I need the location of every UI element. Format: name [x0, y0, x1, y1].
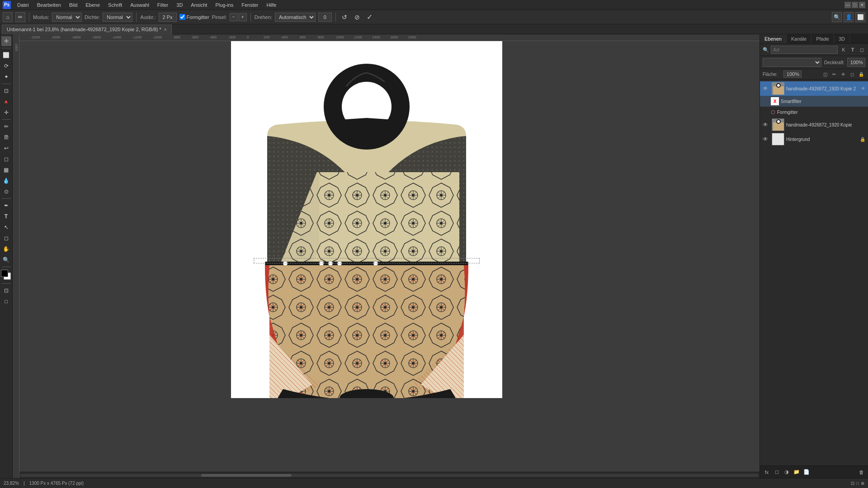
tab-ebenen[interactable]: Ebenen [760, 34, 787, 43]
brush-icon[interactable]: ✏ [15, 12, 25, 22]
h-scrollbar-thumb[interactable] [201, 474, 292, 477]
pinsel-plus[interactable]: + [239, 13, 247, 21]
menu-schrift[interactable]: Schrift [104, 1, 126, 9]
shape-icon-panel[interactable]: ◻ [858, 46, 866, 54]
layer-eye-1[interactable]: 👁 [763, 85, 770, 92]
layer-item-1[interactable]: 👁 handmade-4926872_1920 Kopie 2 👁 [760, 81, 868, 96]
ruler-label-4: -1600 [92, 35, 101, 39]
screen-mode[interactable]: □ [1, 296, 11, 306]
menu-auswahl[interactable]: Auswahl [127, 1, 153, 9]
kind-icon[interactable]: K [840, 46, 848, 54]
close-button[interactable]: ✕ [859, 2, 865, 8]
brush-tool[interactable]: ✏ [1, 122, 11, 131]
search-icon-toolbar[interactable]: 🔍 [832, 12, 842, 22]
menu-3d[interactable]: 3D [173, 1, 186, 9]
layer-item-3[interactable]: 👁 Hintergrund 🔒 [760, 132, 868, 146]
lasso-tool[interactable]: ⟳ [1, 61, 11, 71]
ausbr-input[interactable] [159, 13, 177, 22]
lock-transparent-icon[interactable]: ◫ [821, 70, 829, 78]
layer-eye-3[interactable]: 👁 [763, 136, 770, 142]
tab-pfade[interactable]: Pfade [811, 34, 834, 43]
new-group-button[interactable]: 📁 [793, 468, 801, 476]
menu-filter[interactable]: Filter [154, 1, 172, 9]
path-select-tool[interactable]: ↖ [1, 222, 11, 232]
ruler-label-5: -1400 [112, 35, 121, 39]
layer-eye-2[interactable]: 👁 [763, 122, 770, 128]
menu-bild[interactable]: Bild [66, 1, 81, 9]
menu-hilfe[interactable]: Hilfe [263, 1, 280, 9]
type-icon-panel[interactable]: T [849, 46, 857, 54]
menu-bearbeiten[interactable]: Bearbeiten [33, 1, 65, 9]
status-icon-1[interactable]: ⊡ [851, 481, 854, 486]
home-icon[interactable]: ⌂ [3, 12, 13, 22]
menu-datei[interactable]: Datei [14, 1, 33, 9]
status-icon-2[interactable]: □ [856, 481, 859, 486]
minimize-button[interactable]: — [844, 2, 851, 8]
shape-tool[interactable]: ◻ [1, 233, 11, 243]
delete-layer-button[interactable]: 🗑 [857, 468, 865, 476]
new-layer-button[interactable]: 📄 [802, 468, 811, 476]
modus-select[interactable]: Normal [52, 13, 82, 22]
maximize-button[interactable]: □ [852, 2, 858, 8]
magic-wand-tool[interactable]: ✦ [1, 72, 11, 82]
document-tab[interactable]: Unbenannt-1 bei 23,8% (handmade-4926872_… [2, 24, 172, 34]
layer-mask-button[interactable]: ◻ [773, 468, 781, 476]
right-panel: Ebenen Kanäle Pfade 3D 🔍 K T ◻ ◑ ⊡ Norma… [760, 34, 868, 478]
menu-ansicht[interactable]: Ansicht [187, 1, 211, 9]
canvas-scroll[interactable] [19, 41, 760, 472]
blur-tool[interactable]: 💧 [1, 176, 11, 186]
pinsel-controls: − + [230, 13, 247, 21]
layer-visibility-icon-1[interactable]: 👁 [861, 86, 865, 91]
history-brush-tool[interactable]: ↩ [1, 143, 11, 153]
lock-pixels-icon[interactable]: ✏ [830, 70, 838, 78]
sublayer-formgitter[interactable]: ⬡ Formgitter [760, 107, 868, 117]
layer-search-input[interactable] [771, 46, 838, 54]
blend-mode-select[interactable]: Normal [763, 58, 821, 67]
lock-artboard-icon[interactable]: ◻ [848, 70, 856, 78]
h-scrollbar-track[interactable] [20, 474, 759, 477]
opacity-input[interactable] [847, 58, 865, 67]
confirm-button[interactable]: ✓ [365, 12, 375, 22]
pen-tool[interactable]: ✒ [1, 201, 11, 211]
sublayer-smartfilter[interactable]: X Smartfilter [760, 96, 868, 107]
profile-icon[interactable]: 👤 [844, 12, 854, 22]
app-icon[interactable]: Ps [3, 1, 11, 9]
share-icon[interactable]: ⬜ [855, 12, 865, 22]
layer-item-2[interactable]: 👁 handmade-4926872_1920 Kopie [760, 117, 868, 132]
reset-button[interactable]: ↺ [340, 12, 349, 22]
layer-fx-button[interactable]: fx [763, 468, 771, 476]
dichte-select[interactable]: Normal [103, 13, 132, 22]
tab-3d[interactable]: 3D [834, 34, 850, 43]
drehen-select[interactable]: Automatisch [275, 13, 316, 22]
cancel-rotate-button[interactable]: ⊘ [352, 12, 362, 22]
tab-kanale[interactable]: Kanäle [787, 34, 811, 43]
dodge-tool[interactable]: ⊙ [1, 187, 11, 197]
zoom-tool[interactable]: 🔍 [1, 255, 11, 265]
layer-adjustment-button[interactable]: ◑ [783, 468, 791, 476]
h-scrollbar[interactable] [19, 472, 760, 478]
tab-close-icon[interactable]: × [164, 27, 167, 32]
menu-plugins[interactable]: Plug-ins [212, 1, 237, 9]
ruler-left: -1000 [13, 34, 19, 478]
fill-input[interactable] [783, 70, 802, 78]
crop-tool[interactable]: ⊡ [1, 86, 11, 96]
menu-fenster[interactable]: Fenster [238, 1, 262, 9]
text-tool[interactable]: T [1, 211, 11, 221]
gradient-tool[interactable]: ▦ [1, 165, 11, 175]
formgitter-checkbox[interactable] [179, 14, 185, 20]
lock-position-icon[interactable]: ✛ [839, 70, 847, 78]
eyedropper-tool[interactable]: 🔺 [1, 97, 11, 107]
status-icon-3[interactable]: ⊕ [861, 481, 864, 486]
eraser-tool[interactable]: ◻ [1, 154, 11, 164]
move-tool[interactable]: ✛ [1, 36, 11, 46]
menu-ebene[interactable]: Ebene [82, 1, 104, 9]
lock-all-icon[interactable]: 🔒 [857, 70, 865, 78]
foreground-color[interactable] [1, 270, 8, 277]
pinsel-minus[interactable]: − [230, 13, 238, 21]
quickmask-tool[interactable]: ⊡ [1, 286, 11, 296]
clone-stamp-tool[interactable]: 🖹 [1, 132, 11, 142]
drehen-deg-input[interactable] [318, 13, 332, 22]
heal-tool[interactable]: ✛ [1, 108, 11, 117]
marquee-tool[interactable]: ⬜ [1, 50, 11, 60]
hand-tool[interactable]: ✋ [1, 244, 11, 254]
